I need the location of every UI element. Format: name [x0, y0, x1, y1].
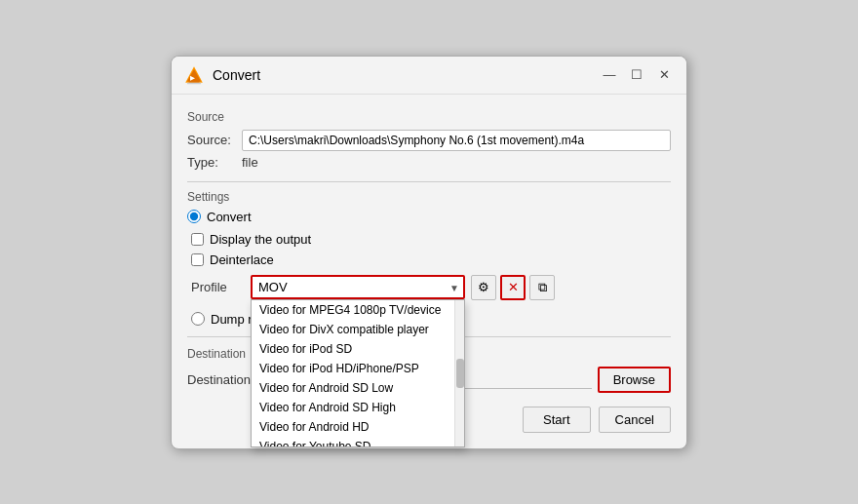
list-item[interactable]: Video for Youtube SD — [252, 437, 454, 446]
convert-radio-label: Convert — [207, 210, 252, 224]
vlc-icon: ▶ — [183, 64, 205, 86]
profile-label: Profile — [191, 280, 245, 294]
svg-text:▶: ▶ — [190, 74, 195, 80]
dropdown-scrollbar[interactable] — [454, 300, 464, 446]
profile-select-wrapper: MOV ▼ Video for MPEG4 1080p TV/device Vi… — [251, 275, 465, 299]
convert-window: ▶ Convert — ☐ ✕ Source Source: C:\Users\… — [171, 56, 687, 449]
convert-radio-row: Convert — [187, 210, 671, 224]
profile-action-icons: ⚙ ✕ ⧉ — [471, 275, 555, 300]
dropdown-scroll-wrapper: Video for MPEG4 1080p TV/device Video fo… — [252, 300, 464, 446]
minimize-button[interactable]: — — [599, 64, 620, 86]
display-output-checkbox[interactable] — [191, 233, 204, 246]
list-item[interactable]: Video for iPod SD — [252, 339, 454, 359]
dump-raw-radio[interactable] — [191, 312, 205, 326]
close-button[interactable]: ✕ — [653, 64, 675, 86]
type-row: Type: file — [187, 155, 671, 170]
profile-select[interactable]: MOV — [251, 275, 465, 299]
profile-row: Profile MOV ▼ Video for MPEG4 1080p TV/d… — [191, 275, 671, 300]
source-value: C:\Users\makri\Downloads\Symphony No.6 (… — [242, 130, 671, 151]
window-title: Convert — [213, 67, 260, 83]
deinterlace-label: Deinterlace — [210, 252, 274, 267]
settings-icon: ⚙ — [478, 280, 489, 294]
source-section: Source Source: C:\Users\makri\Downloads\… — [187, 110, 671, 170]
source-section-label: Source — [187, 110, 671, 124]
divider-1 — [187, 181, 671, 182]
clone-icon: ⧉ — [538, 280, 547, 295]
dialog-content: Source Source: C:\Users\makri\Downloads\… — [172, 95, 686, 448]
start-button[interactable]: Start — [523, 407, 590, 433]
titlebar-left: ▶ Convert — [183, 64, 260, 86]
list-item[interactable]: Video for MPEG4 1080p TV/device — [252, 300, 454, 320]
delete-icon: ✕ — [508, 280, 519, 294]
display-output-label: Display the output — [210, 232, 311, 247]
type-value: file — [242, 155, 258, 170]
deinterlace-checkbox[interactable] — [191, 253, 204, 266]
profile-clone-button[interactable]: ⧉ — [529, 275, 555, 300]
profile-dropdown: Video for MPEG4 1080p TV/device Video fo… — [251, 299, 465, 447]
list-item[interactable]: Video for iPod HD/iPhone/PSP — [252, 359, 454, 378]
list-item[interactable]: Video for Android HD — [252, 417, 454, 437]
profile-delete-button[interactable]: ✕ — [500, 275, 526, 300]
svg-rect-3 — [187, 82, 201, 84]
list-item[interactable]: Video for DivX compatible player — [252, 320, 454, 339]
source-row: Source: C:\Users\makri\Downloads\Symphon… — [187, 130, 671, 151]
source-key-label: Source: — [187, 133, 236, 147]
deinterlace-row: Deinterlace — [191, 252, 671, 267]
convert-radio[interactable] — [187, 210, 201, 223]
browse-button[interactable]: Browse — [598, 367, 671, 393]
settings-label: Settings — [187, 190, 671, 204]
profile-settings-button[interactable]: ⚙ — [471, 275, 496, 300]
dropdown-list: Video for MPEG4 1080p TV/device Video fo… — [252, 300, 454, 446]
list-item[interactable]: Video for Android SD High — [252, 398, 454, 417]
cancel-button[interactable]: Cancel — [599, 407, 671, 433]
scrollbar-thumb — [456, 359, 464, 388]
titlebar-controls: — ☐ ✕ — [599, 64, 675, 86]
maximize-button[interactable]: ☐ — [626, 64, 647, 86]
list-item[interactable]: Video for Android SD Low — [252, 378, 454, 398]
settings-section: Settings Convert Display the output Dein… — [187, 190, 671, 327]
titlebar: ▶ Convert — ☐ ✕ — [172, 57, 686, 95]
display-output-row: Display the output — [191, 232, 671, 247]
type-key-label: Type: — [187, 155, 236, 170]
